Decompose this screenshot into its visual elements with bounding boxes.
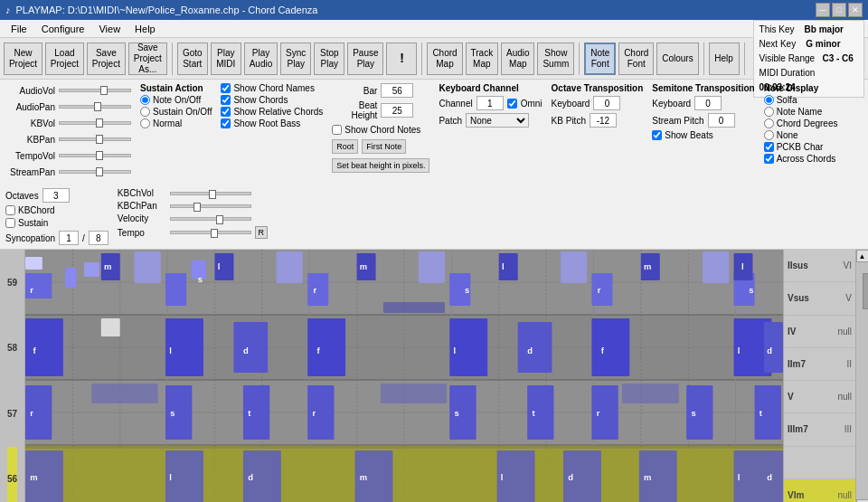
- tempo-reset-button[interactable]: R: [255, 226, 268, 239]
- menu-file[interactable]: File: [4, 22, 34, 36]
- streampan-thumb[interactable]: [96, 167, 103, 176]
- first-note-button[interactable]: First Note: [362, 139, 406, 154]
- across-chords-label: Across Chords: [777, 154, 836, 164]
- chords-row: Show Chords: [221, 95, 323, 105]
- exclaim-button[interactable]: !: [386, 43, 417, 75]
- kb-chord-cb[interactable]: [5, 205, 15, 215]
- kbchpan-thumb[interactable]: [193, 203, 201, 212]
- tempo-track[interactable]: [170, 231, 251, 234]
- velocity-thumb[interactable]: [216, 215, 223, 224]
- window-title: PLAYMAP: D:\D1\MIDI\~New/Police_Roxanne.…: [16, 5, 318, 15]
- tempovol-thumb[interactable]: [96, 151, 103, 160]
- chord-iisus: IIsus: [788, 260, 808, 270]
- velocity-label: Velocity: [118, 213, 166, 223]
- play-midi-button[interactable]: PlayMIDI: [211, 43, 241, 75]
- this-key-row: This Key Bb major: [760, 23, 858, 37]
- octaves-input[interactable]: [42, 188, 70, 203]
- track-map-button[interactable]: TrackMap: [466, 43, 499, 75]
- bar-spinbox[interactable]: [381, 83, 413, 98]
- svg-text:m: m: [644, 473, 651, 482]
- note-display-title: Note Display: [764, 83, 838, 93]
- nd-solfa-label: Solfa: [777, 95, 797, 105]
- nd-solfa-radio[interactable]: [764, 95, 774, 105]
- help-button[interactable]: Help: [709, 43, 740, 75]
- sustain-normal-radio[interactable]: [140, 118, 150, 128]
- show-relative-chords-cb[interactable]: [221, 107, 231, 117]
- titlebar-controls: ─ □ ✕: [816, 3, 863, 17]
- oct-keyboard-label: Keyboard: [552, 99, 590, 109]
- show-beats-cb[interactable]: [652, 130, 662, 140]
- velocity-track[interactable]: [170, 217, 251, 221]
- tempo-row: Tempo R: [118, 226, 268, 239]
- sustain-on-radio[interactable]: [140, 107, 150, 117]
- semi-keyboard-input[interactable]: [694, 96, 722, 110]
- kbpan-thumb[interactable]: [96, 135, 103, 144]
- velocity-row: Velocity: [118, 213, 268, 223]
- show-chord-notes-cb[interactable]: [332, 125, 342, 135]
- patch-select[interactable]: None: [466, 113, 529, 128]
- pckb-cb[interactable]: [764, 142, 774, 152]
- kbchvol-thumb[interactable]: [209, 190, 216, 199]
- kbpan-track[interactable]: [59, 137, 131, 141]
- save-project-button[interactable]: SaveProject: [87, 43, 126, 75]
- close-button[interactable]: ✕: [848, 3, 863, 17]
- minimize-button[interactable]: ─: [816, 3, 830, 17]
- channel-input[interactable]: [476, 96, 504, 110]
- kb-pitch-input[interactable]: [590, 113, 617, 128]
- next-key-value: G minor: [806, 39, 840, 49]
- kbvol-thumb[interactable]: [96, 118, 103, 128]
- show-chord-names-cb[interactable]: [221, 83, 231, 93]
- sync-play-button[interactable]: SyncPlay: [280, 43, 311, 75]
- set-beat-button[interactable]: Set beat height in pixels.: [332, 158, 429, 173]
- kbvol-track[interactable]: [59, 121, 131, 125]
- sustain-cb[interactable]: [5, 218, 15, 228]
- svg-text:r: r: [312, 409, 316, 418]
- load-project-button[interactable]: LoadProject: [45, 43, 84, 75]
- across-chords-cb[interactable]: [764, 154, 774, 164]
- colours-button[interactable]: Colours: [656, 43, 698, 75]
- save-project-as-button[interactable]: SaveProjectAs...: [128, 43, 167, 75]
- maximize-button[interactable]: □: [832, 3, 846, 17]
- kbchpan-track[interactable]: [170, 204, 251, 208]
- note-font-button[interactable]: NoteFont: [584, 43, 616, 75]
- nd-notename-radio[interactable]: [764, 107, 774, 117]
- oct-keyboard-input[interactable]: [593, 96, 620, 110]
- audio-map-button[interactable]: AudioMap: [501, 43, 534, 75]
- label-iv: IV null: [784, 316, 855, 348]
- show-chords-cb[interactable]: [221, 95, 231, 105]
- omni-checkbox[interactable]: [507, 99, 517, 109]
- audiopan-thumb[interactable]: [94, 102, 101, 111]
- new-project-button[interactable]: NewProject: [4, 43, 42, 75]
- stop-play-button[interactable]: StopPlay: [314, 43, 344, 75]
- audiopan-track[interactable]: [59, 105, 131, 109]
- pause-play-button[interactable]: PausePlay: [347, 43, 383, 75]
- menu-configure[interactable]: Configure: [34, 22, 92, 36]
- audiovol-thumb[interactable]: [100, 86, 108, 95]
- kbchvol-track[interactable]: [170, 192, 251, 195]
- scroll-up-button[interactable]: ▲: [856, 250, 869, 262]
- menu-help[interactable]: Help: [127, 22, 163, 36]
- scroll-thumb[interactable]: [863, 273, 869, 309]
- sustain-note-radio[interactable]: [140, 95, 150, 105]
- play-audio-button[interactable]: PlayAudio: [244, 43, 278, 75]
- chord-font-button[interactable]: ChordFont: [618, 43, 654, 75]
- sync-val1-input[interactable]: [59, 231, 79, 245]
- sync-val2-input[interactable]: [89, 231, 108, 245]
- chord-v: V: [788, 392, 794, 402]
- tempovol-track[interactable]: [59, 154, 131, 157]
- root-button[interactable]: Root: [332, 139, 358, 154]
- show-beats-row: Show Beats: [652, 130, 754, 140]
- chord-map-button[interactable]: ChordMap: [427, 43, 462, 75]
- menu-view[interactable]: View: [91, 22, 127, 36]
- audiovol-track[interactable]: [59, 89, 131, 92]
- tempo-thumb[interactable]: [211, 229, 218, 238]
- stream-pitch-input[interactable]: [708, 113, 735, 128]
- show-root-bass-cb[interactable]: [221, 118, 231, 128]
- goto-start-button[interactable]: GotoStart: [177, 43, 208, 75]
- nd-none-radio[interactable]: [764, 130, 774, 140]
- show-summ-button[interactable]: ShowSumm: [537, 43, 574, 75]
- streampan-track[interactable]: [59, 170, 131, 174]
- nd-chord-radio[interactable]: [764, 118, 774, 128]
- beat-height-spinbox[interactable]: [381, 103, 413, 118]
- omni-label: Omni: [521, 99, 542, 109]
